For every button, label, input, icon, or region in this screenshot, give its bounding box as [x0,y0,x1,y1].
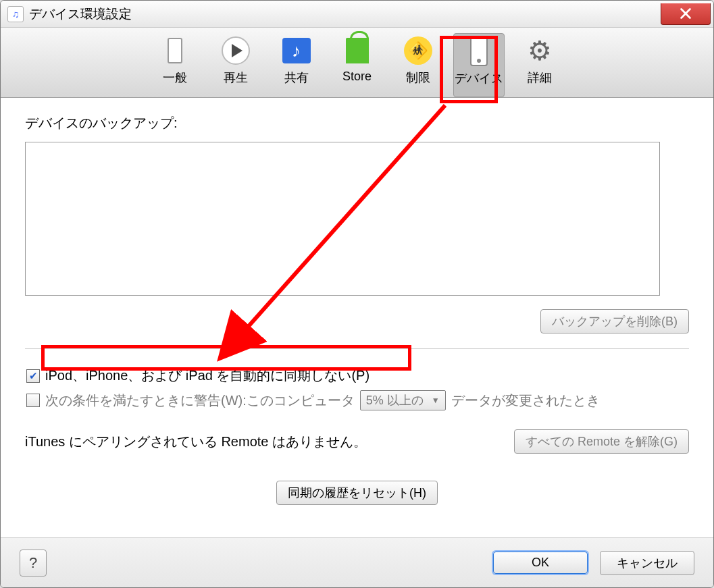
backup-listbox[interactable] [25,142,660,296]
select-value: 5% 以上の [366,392,424,408]
option-label-prefix: 次の条件を満たすときに警告(W):このコンピュータ [45,392,355,410]
tab-general[interactable]: 一般 [149,33,201,97]
tab-label: デバイス [455,70,503,86]
content-pane: デバイスのバックアップ: バックアップを削除(B) ✔ iPod、iPhone、… [1,98,713,537]
toolbar: 一般 再生 ♪ 共有 Store 🚸 制限 デバイス ⚙ 詳細 [1,28,713,98]
tab-store[interactable]: Store [332,33,383,97]
remote-status: iTunes にペアリングされている Remote はありません。 [25,433,367,451]
play-icon [221,36,251,65]
help-button[interactable]: ? [20,550,47,577]
tab-advanced[interactable]: ⚙ 詳細 [514,33,565,97]
no-auto-sync-option[interactable]: ✔ iPod、iPhone、および iPad を自動的に同期しない(P) [25,364,689,387]
delete-backup-button[interactable]: バックアップを削除(B) [540,309,689,333]
general-icon [160,36,190,65]
option-label: iPod、iPhone、および iPad を自動的に同期しない(P) [45,367,369,385]
close-icon [678,6,693,21]
tab-label: 再生 [224,70,248,86]
device-icon [464,36,494,66]
tab-label: 一般 [163,70,187,86]
preferences-dialog: ♫ デバイス環境設定 一般 再生 ♪ 共有 Store 🚸 制限 [0,0,714,588]
reset-row: 同期の履歴をリセット(H) [25,481,689,505]
app-icon: ♫ [7,6,24,22]
separator [25,348,689,349]
option-label-suffix: データが変更されたとき [451,392,600,410]
tab-label: 制限 [406,70,430,86]
gear-icon: ⚙ [525,36,555,65]
ok-button[interactable]: OK [493,552,588,574]
tab-parental[interactable]: 🚸 制限 [392,33,444,97]
share-icon: ♪ [282,36,311,65]
warn-threshold-option[interactable]: 次の条件を満たすときに警告(W):このコンピュータ 5% 以上の ▼ データが変… [25,387,689,413]
tab-sharing[interactable]: ♪ 共有 [271,33,322,97]
store-icon [342,36,372,65]
tab-label: 詳細 [528,70,552,86]
window-title: デバイス環境設定 [29,5,661,23]
tab-playback[interactable]: 再生 [210,33,261,97]
threshold-select[interactable]: 5% 以上の ▼ [360,390,446,410]
parental-icon: 🚸 [403,36,433,65]
tab-devices[interactable]: デバイス [453,33,505,97]
forget-remotes-button[interactable]: すべての Remote を解除(G) [514,429,689,454]
tab-label: 共有 [284,70,309,86]
titlebar: ♫ デバイス環境設定 [1,1,713,28]
reset-sync-history-button[interactable]: 同期の履歴をリセット(H) [276,481,438,505]
checkbox-checked[interactable]: ✔ [26,369,40,383]
remote-row: iTunes にペアリングされている Remote はありません。 すべての R… [25,429,689,454]
chevron-down-icon: ▼ [432,396,440,405]
checkbox-unchecked[interactable] [26,394,40,407]
tab-label: Store [342,70,372,84]
backup-actions: バックアップを削除(B) [25,309,689,333]
dialog-footer: ? OK キャンセル [1,537,713,587]
close-button[interactable] [661,3,711,25]
backup-label: デバイスのバックアップ: [25,114,689,132]
cancel-button[interactable]: キャンセル [600,551,694,575]
music-note-icon: ♫ [12,9,20,20]
